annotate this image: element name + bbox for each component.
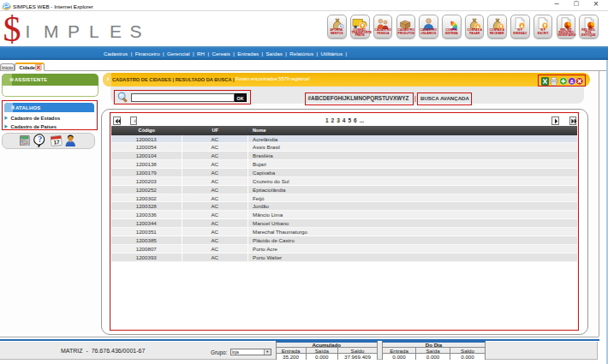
svg-text:17: 17 bbox=[53, 138, 60, 145]
svg-text:?: ? bbox=[38, 134, 42, 144]
